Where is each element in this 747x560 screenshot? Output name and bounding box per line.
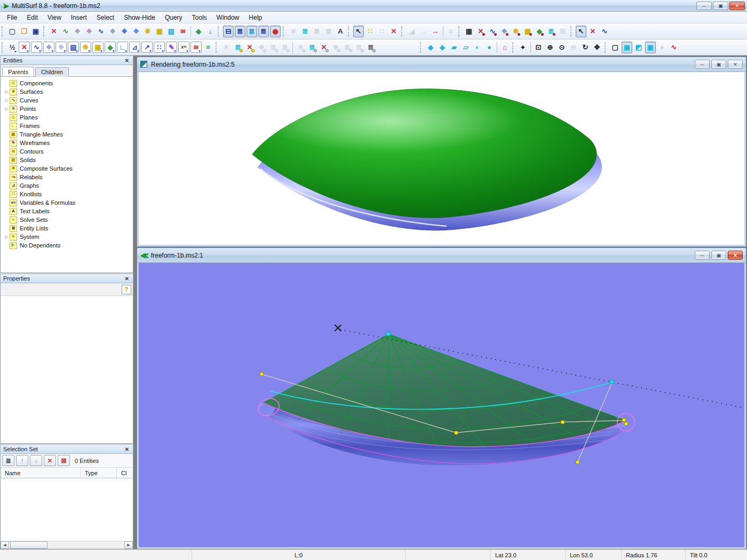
- properties-panel-titlebar[interactable]: Properties ✕: [0, 274, 133, 283]
- tree-item-variables-formulas[interactable]: x=Variables & Formulas: [4, 198, 133, 207]
- close-button[interactable]: ✕: [729, 2, 745, 10]
- select-cursor-icon[interactable]: ↖: [353, 26, 364, 37]
- tree-item-frames[interactable]: ∟Frames: [4, 122, 133, 130]
- create-point-icon[interactable]: ∿: [60, 26, 71, 37]
- menu-item-edit[interactable]: Edit: [22, 12, 43, 23]
- hide-all-icon[interactable]: ✳: [221, 42, 232, 53]
- pan-view-icon[interactable]: ✥: [592, 42, 602, 53]
- tree-item-components[interactable]: ⊂Components: [4, 79, 133, 87]
- selection-set-close-icon[interactable]: ✕: [124, 446, 130, 452]
- erase-pen-icon[interactable]: ✕: [587, 26, 598, 37]
- model-close-button[interactable]: ✕: [728, 251, 743, 260]
- shaded-mode-icon[interactable]: ▣: [622, 42, 632, 53]
- filter-half-icon[interactable]: ½▼: [7, 42, 18, 53]
- toolbar-grip[interactable]: [2, 26, 4, 37]
- hide-children-icon[interactable]: ≣: [354, 42, 364, 53]
- grid-icon[interactable]: ▦: [464, 26, 474, 37]
- tab-children[interactable]: Children: [35, 67, 69, 77]
- scroll-thumb[interactable]: [10, 541, 47, 549]
- tab-parents[interactable]: Parents: [2, 67, 34, 76]
- filter-surfaces-icon[interactable]: ❖▼: [55, 42, 67, 53]
- move-down-icon[interactable]: ↓: [30, 455, 42, 466]
- toggle-tree-pane-icon[interactable]: ⊟: [223, 26, 234, 37]
- telescope-icon[interactable]: ⌖: [518, 42, 528, 53]
- show-selected-icon[interactable]: ✕: [244, 42, 255, 53]
- show-contours-icon[interactable]: ❖: [256, 42, 267, 53]
- view-body-icon[interactable]: ◆: [425, 42, 436, 53]
- entities-panel-titlebar[interactable]: Entities ✕: [0, 55, 133, 65]
- relabel-surface-icon[interactable]: ❖: [499, 26, 510, 37]
- delete-entity-icon[interactable]: ✕: [49, 26, 59, 37]
- clear-list-icon[interactable]: ⊠: [58, 455, 70, 466]
- new-file-icon[interactable]: ▢: [7, 26, 18, 37]
- toolbar-grip[interactable]: [283, 26, 285, 37]
- view-top-icon[interactable]: ◈: [437, 42, 448, 53]
- relabel-composite-icon[interactable]: ❋: [511, 26, 521, 37]
- save-file-icon[interactable]: ▣: [30, 26, 41, 37]
- model-window-titlebar[interactable]: ≪ freeform-1b.ms2:1 ─ ▣ ✕: [137, 248, 746, 263]
- rendering-viewport[interactable]: [139, 72, 744, 245]
- hide-selected-icon[interactable]: ✕: [319, 42, 329, 53]
- title-bar[interactable]: ➤ MultiSurf 8.8 - freeform-1b.ms2 ─ ▣ ✕: [0, 0, 747, 12]
- mirror-icon[interactable]: ◢: [407, 26, 417, 37]
- filter-curves-icon[interactable]: ∿▼: [31, 42, 42, 53]
- tree-item-system[interactable]: ▷✳System: [4, 233, 133, 241]
- menu-item-query[interactable]: Query: [160, 12, 187, 23]
- expand-arrow-icon[interactable]: ▷: [4, 235, 10, 239]
- tree-item-wireframes[interactable]: ✎Wireframes: [4, 139, 133, 147]
- move-up-icon[interactable]: ↑: [16, 455, 28, 466]
- create-composite-icon[interactable]: ❋: [142, 26, 153, 37]
- toolbar-grip[interactable]: [43, 26, 46, 37]
- tree-item-solids[interactable]: ▧Solids: [4, 156, 133, 164]
- show-parents-icon[interactable]: ≣: [268, 42, 279, 53]
- toggle-selection-pane-icon[interactable]: ≣: [247, 26, 257, 37]
- tree-item-entity-lists[interactable]: ≣Entity Lists: [4, 224, 133, 233]
- filter-snakes-icon[interactable]: ❖▼: [43, 42, 54, 53]
- relabel-point-icon[interactable]: ✕: [475, 26, 486, 37]
- show-all-types-icon[interactable]: ≡: [203, 42, 213, 53]
- column-header-name[interactable]: Name: [1, 468, 81, 478]
- tree-item-contours[interactable]: ≋Contours: [4, 147, 133, 156]
- toolbar-grip[interactable]: [512, 42, 515, 53]
- filter-knotlists-icon[interactable]: ∷▼: [154, 42, 165, 53]
- model-viewport[interactable]: [139, 263, 744, 547]
- shaded-edges-icon[interactable]: ◩: [633, 42, 644, 53]
- wireframe-mode-icon[interactable]: ▢: [610, 42, 621, 53]
- create-surface-icon[interactable]: ❖: [119, 26, 130, 37]
- tree-item-planes[interactable]: ◇Planes: [4, 113, 133, 122]
- view-profile-icon[interactable]: ▰: [449, 42, 459, 53]
- toolbar-grip[interactable]: [216, 42, 218, 53]
- filter-frames-icon[interactable]: ∟▼: [117, 42, 128, 53]
- create-magnet-icon[interactable]: ❖: [84, 26, 94, 37]
- hide-list-icon[interactable]: ≣: [307, 42, 317, 53]
- tree-item-curves[interactable]: ▷∿Curves: [4, 96, 133, 105]
- rendering-restore-button[interactable]: ▣: [711, 60, 726, 69]
- relabel-curve-icon[interactable]: ∿: [487, 26, 498, 37]
- rotate-view-icon[interactable]: ↻: [580, 42, 591, 53]
- create-trimesh-icon[interactable]: ▦: [154, 26, 165, 37]
- frame-tool-icon[interactable]: ⊞: [558, 26, 568, 37]
- menu-item-show-hide[interactable]: Show-Hide: [119, 12, 160, 23]
- create-contours-icon[interactable]: ≋: [178, 26, 188, 37]
- hide-parents-icon[interactable]: ≣: [342, 42, 353, 53]
- create-solid-icon[interactable]: ▧: [166, 26, 177, 37]
- scroll-right-icon[interactable]: ▶: [124, 541, 133, 549]
- silhouette-icon[interactable]: ●: [657, 42, 667, 53]
- filter-variables-icon[interactable]: x=▼: [178, 42, 189, 53]
- show-list-icon[interactable]: ≣: [233, 42, 243, 53]
- tree-item-text-labels[interactable]: AText Labels: [4, 207, 133, 215]
- remove-icon[interactable]: ✕: [44, 455, 56, 466]
- tree-item-no-dependents[interactable]: ⊩No Dependents: [4, 241, 133, 250]
- hide-blob-icon[interactable]: ✳: [295, 42, 306, 53]
- tree-item-solve-sets[interactable]: =Solve Sets: [4, 215, 133, 224]
- entity-diamond-icon[interactable]: ◈: [193, 26, 204, 37]
- tree-item-surfaces[interactable]: ▷❖Surfaces: [4, 87, 133, 96]
- create-trimmed-surface-icon[interactable]: ❖: [131, 26, 141, 37]
- relabel-list-icon[interactable]: ≣: [546, 26, 557, 37]
- toolbar-grip[interactable]: [605, 42, 607, 53]
- curve-pen-icon[interactable]: ∿: [599, 26, 610, 37]
- tree-item-triangle-meshes[interactable]: ▦Triangle Meshes: [4, 130, 133, 139]
- select-parents-icon[interactable]: ≣: [323, 26, 334, 37]
- toolbar-grip[interactable]: [348, 26, 351, 37]
- filter-contours-icon[interactable]: ≋▼: [190, 42, 202, 53]
